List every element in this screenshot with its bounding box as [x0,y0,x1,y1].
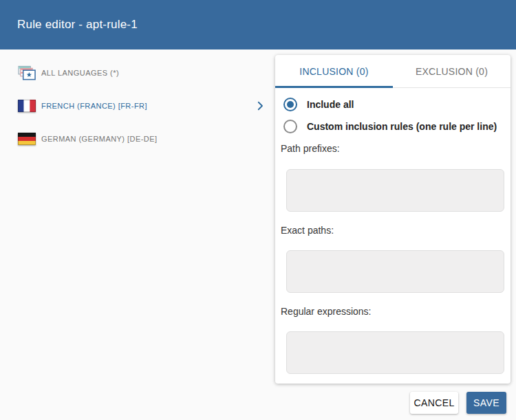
all-languages-icon [18,65,36,81]
radio-button-icon[interactable] [283,98,297,111]
regular-expressions-input[interactable] [286,331,504,374]
tab-exclusion-label: EXCLUSION (0) [416,66,488,77]
language-item-german[interactable]: GERMAN (GERMANY) [DE-DE] [0,122,275,155]
chevron-right-icon[interactable] [254,100,266,112]
save-button[interactable]: SAVE [466,392,506,414]
rules-panel: INCLUSION (0) EXCLUSION (0) Include all … [275,55,510,384]
dialog-header: Rule editor - apt-rule-1 [0,0,516,49]
exact-paths-input[interactable] [286,250,504,293]
radio-include-all-label: Include all [307,99,354,110]
tab-exclusion[interactable]: EXCLUSION (0) [393,55,510,87]
germany-flag-icon [18,133,36,145]
dialog-title: Rule editor - apt-rule-1 [17,18,138,32]
language-item-label: GERMAN (GERMANY) [DE-DE] [41,135,157,143]
radio-include-all[interactable]: Include all [283,98,354,111]
radio-button-icon[interactable] [283,120,297,133]
rules-tab-bar: INCLUSION (0) EXCLUSION (0) [275,55,510,88]
language-item-label: ALL LANGUAGES (*) [41,69,119,77]
language-item-french[interactable]: FRENCH (FRANCE) [FR-FR] [0,89,275,122]
exact-paths-label: Exact paths: [281,225,334,236]
path-prefixes-input[interactable] [286,169,504,212]
regular-expressions-label: Regular expressions: [281,306,372,317]
language-list: ALL LANGUAGES (*) FRENCH (FRANCE) [FR-FR… [0,56,275,155]
tab-inclusion-label: INCLUSION (0) [299,66,368,77]
path-prefixes-label: Path prefixes: [281,143,340,154]
language-item-all-languages[interactable]: ALL LANGUAGES (*) [0,56,275,89]
radio-custom-rules[interactable]: Custom inclusion rules (one rule per lin… [283,120,497,133]
language-item-label: FRENCH (FRANCE) [FR-FR] [41,102,147,110]
radio-custom-rules-label: Custom inclusion rules (one rule per lin… [307,121,497,132]
france-flag-icon [18,100,36,112]
tab-inclusion[interactable]: INCLUSION (0) [275,55,393,87]
rule-editor-dialog: Rule editor - apt-rule-1 ALL LANGUAGES (… [0,0,516,420]
cancel-button[interactable]: CANCEL [410,392,458,414]
